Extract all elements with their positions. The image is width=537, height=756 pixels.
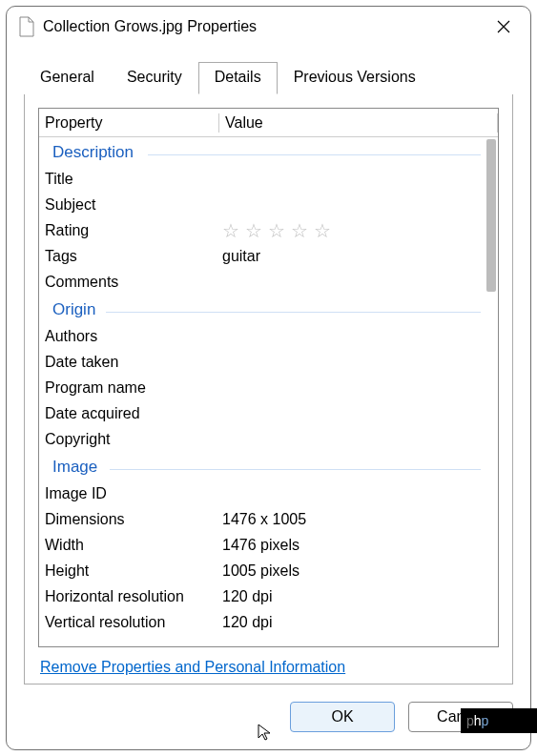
section-label: Description (52, 143, 134, 161)
star-icon[interactable]: ☆ (291, 221, 308, 240)
grid-body: Description Title Subject Rating (39, 137, 485, 646)
prop-value: 1476 pixels (222, 537, 485, 554)
section-divider (148, 154, 481, 155)
prop-name: Width (45, 537, 222, 554)
row-height[interactable]: Height 1005 pixels (43, 558, 485, 583)
section-label: Origin (52, 300, 95, 318)
close-button[interactable] (488, 11, 519, 42)
title-bar: Collection Grows.jpg Properties (7, 7, 530, 45)
row-width[interactable]: Width 1476 pixels (43, 532, 485, 558)
row-vertical-resolution[interactable]: Vertical resolution 120 dpi (43, 609, 485, 635)
tab-body: Property Value Description Title (24, 94, 513, 684)
tab-security[interactable]: Security (111, 62, 198, 94)
star-icon[interactable]: ☆ (314, 221, 331, 240)
row-rating[interactable]: Rating ☆ ☆ ☆ ☆ ☆ (43, 217, 485, 243)
grid-header: Property Value (39, 109, 498, 137)
watermark: php (461, 708, 537, 733)
section-label: Image (52, 458, 97, 476)
star-icon[interactable]: ☆ (222, 221, 239, 240)
row-horizontal-resolution[interactable]: Horizontal resolution 120 dpi (43, 583, 485, 609)
prop-name: Vertical resolution (45, 614, 222, 631)
row-image-id[interactable]: Image ID (43, 480, 485, 506)
prop-name: Tags (45, 248, 222, 265)
prop-value: guitar (222, 248, 485, 265)
star-icon[interactable]: ☆ (245, 221, 262, 240)
row-dimensions[interactable]: Dimensions 1476 x 1005 (43, 506, 485, 532)
remove-properties-link[interactable]: Remove Properties and Personal Informati… (38, 647, 499, 676)
tab-general[interactable]: General (24, 62, 111, 94)
prop-value: 1005 pixels (222, 562, 485, 580)
properties-grid: Property Value Description Title (38, 108, 499, 647)
section-image: Image (43, 452, 485, 480)
row-subject[interactable]: Subject (43, 192, 485, 217)
column-header-value[interactable]: Value (219, 114, 497, 132)
row-date-acquired[interactable]: Date acquired (43, 400, 485, 426)
prop-value: 1476 x 1005 (222, 511, 485, 528)
prop-name: Date acquired (45, 405, 222, 422)
prop-name: Date taken (45, 354, 222, 371)
star-icon[interactable]: ☆ (268, 221, 285, 240)
prop-name: Rating (45, 222, 222, 239)
ok-button[interactable]: OK (290, 702, 395, 732)
section-divider (110, 469, 481, 470)
prop-name: Dimensions (45, 511, 222, 528)
prop-name: Copyright (45, 431, 222, 448)
prop-name: Title (45, 171, 222, 188)
row-tags[interactable]: Tags guitar (43, 243, 485, 269)
section-description: Description (43, 137, 485, 166)
prop-name: Program name (45, 379, 222, 397)
prop-name: Height (45, 562, 222, 580)
prop-value: 120 dpi (222, 614, 485, 631)
file-icon (18, 16, 35, 37)
prop-name: Authors (45, 328, 222, 345)
prop-value: 120 dpi (222, 588, 485, 605)
close-icon (497, 20, 510, 33)
prop-name: Subject (45, 196, 222, 214)
row-date-taken[interactable]: Date taken (43, 349, 485, 375)
row-authors[interactable]: Authors (43, 323, 485, 349)
properties-dialog: Collection Grows.jpg Properties General … (6, 6, 531, 750)
row-comments[interactable]: Comments (43, 269, 485, 295)
row-copyright[interactable]: Copyright (43, 426, 485, 452)
cursor-icon (257, 723, 276, 742)
column-header-property[interactable]: Property (39, 114, 218, 132)
button-row: OK Cancel (7, 684, 530, 749)
tab-strip: General Security Details Previous Versio… (7, 45, 530, 94)
rating-stars[interactable]: ☆ ☆ ☆ ☆ ☆ (222, 221, 485, 240)
tab-details[interactable]: Details (198, 62, 278, 94)
section-divider (106, 312, 481, 313)
row-title[interactable]: Title (43, 166, 485, 192)
row-program-name[interactable]: Program name (43, 375, 485, 400)
prop-name: Comments (45, 274, 222, 291)
tab-previous-versions[interactable]: Previous Versions (278, 62, 432, 94)
column-separator[interactable] (497, 113, 498, 133)
scrollbar-thumb[interactable] (486, 139, 496, 292)
window-title: Collection Grows.jpg Properties (43, 18, 488, 35)
prop-name: Horizontal resolution (45, 588, 222, 605)
section-origin: Origin (43, 295, 485, 323)
prop-name: Image ID (45, 485, 222, 502)
